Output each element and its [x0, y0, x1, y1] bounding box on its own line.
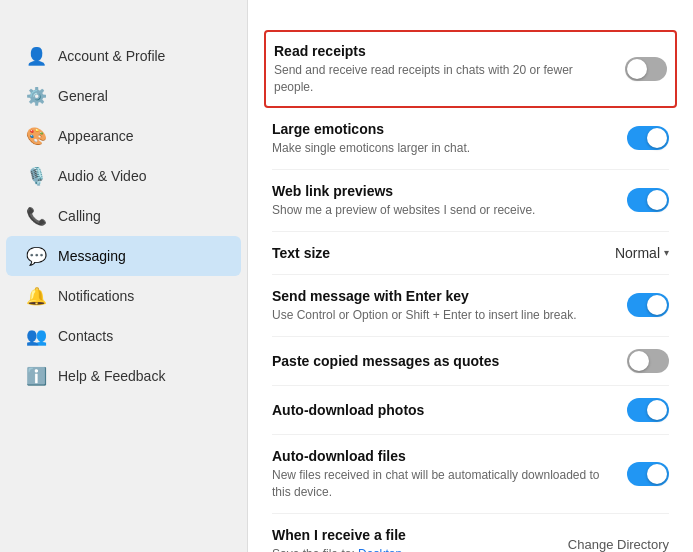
toggle-knob-large-emoticons [647, 128, 667, 148]
setting-row-text-size: Text sizeNormal▾ [272, 232, 669, 275]
setting-desc-receive-file: Save the file to: Desktop [272, 546, 552, 552]
setting-row-auto-files: Auto-download filesNew files received in… [272, 435, 669, 514]
setting-info-text-size: Text size [272, 244, 615, 262]
change-directory-button[interactable]: Change Directory [568, 537, 669, 552]
setting-desc-large-emoticons: Make single emoticons larger in chat. [272, 140, 611, 157]
setting-title-web-link-previews: Web link previews [272, 182, 611, 200]
messaging-icon: 💬 [26, 246, 46, 266]
dropdown-value-text-size: Normal [615, 245, 660, 261]
sidebar-item-messaging[interactable]: 💬Messaging [6, 236, 241, 276]
sidebar-item-audio-video[interactable]: 🎙️Audio & Video [6, 156, 241, 196]
setting-title-read-receipts: Read receipts [274, 42, 609, 60]
toggle-knob-read-receipts [627, 59, 647, 79]
setting-title-paste-quotes: Paste copied messages as quotes [272, 352, 611, 370]
setting-info-auto-photos: Auto-download photos [272, 401, 627, 419]
main-content: Read receiptsSend and receive read recei… [248, 0, 693, 552]
setting-info-web-link-previews: Web link previewsShow me a preview of we… [272, 182, 627, 219]
sidebar: 👤Account & Profile⚙️General🎨Appearance🎙️… [0, 0, 248, 552]
sidebar-label-appearance: Appearance [58, 128, 134, 144]
calling-icon: 📞 [26, 206, 46, 226]
setting-desc-auto-files: New files received in chat will be autom… [272, 467, 611, 501]
setting-info-read-receipts: Read receiptsSend and receive read recei… [274, 42, 625, 96]
chevron-down-icon: ▾ [664, 247, 669, 258]
toggle-auto-photos[interactable] [627, 398, 669, 422]
sidebar-item-notifications[interactable]: 🔔Notifications [6, 276, 241, 316]
sidebar-item-general[interactable]: ⚙️General [6, 76, 241, 116]
dropdown-text-size[interactable]: Normal▾ [615, 245, 669, 261]
toggle-knob-send-enter [647, 295, 667, 315]
setting-row-large-emoticons: Large emoticonsMake single emoticons lar… [272, 108, 669, 170]
toggle-auto-files[interactable] [627, 462, 669, 486]
setting-title-auto-photos: Auto-download photos [272, 401, 611, 419]
sidebar-label-calling: Calling [58, 208, 101, 224]
sidebar-label-audio-video: Audio & Video [58, 168, 146, 184]
sidebar-label-general: General [58, 88, 108, 104]
setting-info-large-emoticons: Large emoticonsMake single emoticons lar… [272, 120, 627, 157]
toggle-large-emoticons[interactable] [627, 126, 669, 150]
setting-row-read-receipts: Read receiptsSend and receive read recei… [264, 30, 677, 108]
audio-video-icon: 🎙️ [26, 166, 46, 186]
sidebar-item-appearance[interactable]: 🎨Appearance [6, 116, 241, 156]
desktop-link[interactable]: Desktop [358, 547, 402, 552]
toggle-send-enter[interactable] [627, 293, 669, 317]
toggle-knob-auto-files [647, 464, 667, 484]
setting-row-receive-file: When I receive a fileSave the file to: D… [272, 514, 669, 552]
setting-title-auto-files: Auto-download files [272, 447, 611, 465]
sidebar-label-contacts: Contacts [58, 328, 113, 344]
sidebar-label-help: Help & Feedback [58, 368, 165, 384]
general-icon: ⚙️ [26, 86, 46, 106]
toggle-read-receipts[interactable] [625, 57, 667, 81]
account-icon: 👤 [26, 46, 46, 66]
setting-title-large-emoticons: Large emoticons [272, 120, 611, 138]
sidebar-item-help[interactable]: ℹ️Help & Feedback [6, 356, 241, 396]
setting-row-web-link-previews: Web link previewsShow me a preview of we… [272, 170, 669, 232]
toggle-paste-quotes[interactable] [627, 349, 669, 373]
setting-info-send-enter: Send message with Enter keyUse Control o… [272, 287, 627, 324]
setting-desc-read-receipts: Send and receive read receipts in chats … [274, 62, 609, 96]
setting-title-send-enter: Send message with Enter key [272, 287, 611, 305]
sidebar-item-contacts[interactable]: 👥Contacts [6, 316, 241, 356]
help-icon: ℹ️ [26, 366, 46, 386]
setting-desc-web-link-previews: Show me a preview of websites I send or … [272, 202, 611, 219]
setting-row-send-enter: Send message with Enter keyUse Control o… [272, 275, 669, 337]
setting-row-auto-photos: Auto-download photos [272, 386, 669, 435]
sidebar-item-account[interactable]: 👤Account & Profile [6, 36, 241, 76]
setting-info-auto-files: Auto-download filesNew files received in… [272, 447, 627, 501]
toggle-knob-paste-quotes [629, 351, 649, 371]
notifications-icon: 🔔 [26, 286, 46, 306]
contacts-icon: 👥 [26, 326, 46, 346]
sidebar-label-messaging: Messaging [58, 248, 126, 264]
sidebar-item-calling[interactable]: 📞Calling [6, 196, 241, 236]
setting-title-text-size: Text size [272, 244, 599, 262]
toggle-knob-web-link-previews [647, 190, 667, 210]
sidebar-label-account: Account & Profile [58, 48, 165, 64]
setting-info-paste-quotes: Paste copied messages as quotes [272, 352, 627, 370]
setting-title-receive-file: When I receive a file [272, 526, 552, 544]
toggle-web-link-previews[interactable] [627, 188, 669, 212]
sidebar-label-notifications: Notifications [58, 288, 134, 304]
setting-desc-send-enter: Use Control or Option or Shift + Enter t… [272, 307, 611, 324]
setting-info-receive-file: When I receive a fileSave the file to: D… [272, 526, 568, 552]
appearance-icon: 🎨 [26, 126, 46, 146]
sidebar-title [0, 20, 247, 36]
toggle-knob-auto-photos [647, 400, 667, 420]
setting-row-paste-quotes: Paste copied messages as quotes [272, 337, 669, 386]
